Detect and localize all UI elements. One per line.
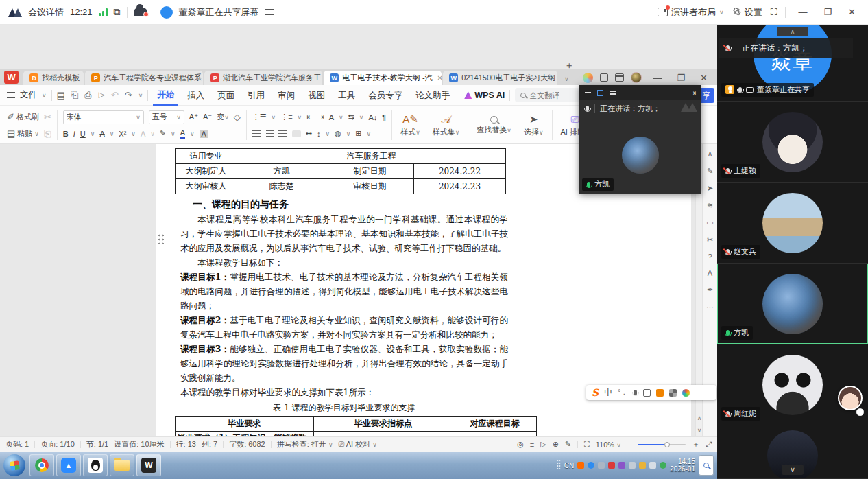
edit-pen-icon[interactable]: ✎ <box>707 167 713 176</box>
cut-icon[interactable]: ✂ <box>44 112 51 122</box>
char-shading-button[interactable]: A <box>200 130 208 138</box>
speaker-layout-button[interactable]: 演讲者布局∨ <box>658 6 724 19</box>
increase-indent-icon[interactable]: ⇥ <box>317 113 324 121</box>
fit-page-icon[interactable]: ⛶ <box>584 440 590 449</box>
punctuation-mode[interactable]: °， <box>618 388 627 397</box>
fullscreen-icon[interactable]: ⛶ <box>771 6 777 18</box>
doc-tab-pdf[interactable]: P湖北汽车工业学院汽车服务工 <box>204 71 322 85</box>
web-view-icon[interactable]: ⊕ <box>553 440 559 449</box>
tray-music-icon[interactable] <box>618 462 625 469</box>
workspace-icon[interactable] <box>615 73 624 82</box>
next-page-button[interactable]: ∨ <box>696 427 703 434</box>
ribbon-tab-home[interactable]: 开始 <box>153 85 178 106</box>
more-tools-icon[interactable]: ⋯ <box>706 303 714 312</box>
highlight-pen-icon[interactable]: ✎ <box>160 129 166 138</box>
ribbon-tab-insert[interactable]: 插入 <box>183 86 208 105</box>
theme-icon[interactable] <box>583 73 593 83</box>
close-window-button[interactable]: ✕ <box>844 7 860 17</box>
increase-font-icon[interactable]: A⁺ <box>189 113 198 121</box>
zoom-in-button[interactable]: ＋ <box>692 439 699 449</box>
undo-icon[interactable]: ↶ <box>111 90 119 100</box>
doc-tab-practice[interactable]: W02141500电工电子实习大纲 <box>443 71 557 85</box>
select-tool-icon[interactable]: ➤ <box>707 184 713 193</box>
meeting-detail-button[interactable]: 会议详情 <box>28 6 64 19</box>
print-icon[interactable]: ⎙ <box>84 90 91 101</box>
participant-tile[interactable]: 赵文兵 <box>717 183 868 264</box>
doc-tab-active[interactable]: W电工电子技术-教学大纲 -汽✕ <box>324 71 442 85</box>
cut-tool-icon[interactable]: ✂ <box>707 235 713 244</box>
doc-tab-docer[interactable]: D找稻壳模板 <box>23 71 84 85</box>
cloud-record-icon[interactable] <box>134 8 147 16</box>
list-layout-icon[interactable] <box>610 89 616 96</box>
read-mode-icon[interactable]: ▷ <box>540 440 546 449</box>
floating-video-window[interactable]: ⇥ 正在讲话：方凯； 方凯 <box>579 85 701 194</box>
restore-window-button[interactable]: ❐ <box>819 7 836 17</box>
input-mode-chinese[interactable]: 中 <box>604 387 612 399</box>
sogou-input-bar[interactable]: S 中 °， <box>586 385 716 400</box>
find-replace-button[interactable]: 查找替换∨ <box>472 108 516 142</box>
wave-tool-icon[interactable]: ≋ <box>707 201 713 210</box>
font-size-select[interactable]: 五号∨ <box>149 110 184 124</box>
ribbon-tab-paper-helper[interactable]: 论文助手 <box>411 86 454 105</box>
italic-button[interactable]: I <box>73 130 75 138</box>
superscript-button[interactable]: X² <box>119 130 126 138</box>
wps-ai-button[interactable]: WPS AI <box>464 91 505 100</box>
taskbar-wps[interactable]: W <box>136 454 161 476</box>
file-menu[interactable]: 文件 <box>20 89 37 101</box>
comment-icon[interactable]: ▭ <box>706 218 713 227</box>
voice-input-icon[interactable] <box>634 390 637 395</box>
dock-to-side-icon[interactable]: ⇥ <box>690 89 696 97</box>
help-icon[interactable]: ? <box>708 253 712 261</box>
bold-button[interactable]: B <box>63 130 69 138</box>
font-name-select[interactable]: 宋体∨ <box>63 110 144 124</box>
signature-icon[interactable]: ✒ <box>707 285 713 294</box>
clear-format-icon[interactable]: ◇ <box>234 112 241 122</box>
ribbon-tab-review[interactable]: 审阅 <box>274 86 299 105</box>
participant-tile-speaking[interactable]: 方凯 <box>717 264 868 344</box>
wps-home-button[interactable]: W <box>4 71 19 84</box>
ribbon-tab-reference[interactable]: 引用 <box>243 86 269 105</box>
show-marks-icon[interactable]: ¶ <box>382 113 386 121</box>
select-button[interactable]: ➤选择∨ <box>520 108 548 142</box>
tray-qq-icon[interactable] <box>588 462 594 469</box>
record-icon[interactable]: ◎ <box>517 440 524 449</box>
doc-tab-ppt[interactable]: P汽车工程学院各专业课程体系 <box>85 71 203 85</box>
scroll-down-participants-button[interactable]: ∨ <box>782 465 804 475</box>
outline-view-icon[interactable]: ≡ <box>530 441 534 449</box>
font-color-button[interactable]: A <box>180 129 185 139</box>
export-icon[interactable]: ⎗ <box>71 90 78 101</box>
redo-icon[interactable]: ↷ <box>125 90 132 100</box>
style-button[interactable]: A✎样式∨ <box>396 108 424 142</box>
gift-icon[interactable] <box>656 389 664 397</box>
zoom-slider-thumb[interactable] <box>664 442 670 447</box>
sort-icon[interactable]: A↓ <box>368 113 377 121</box>
decrease-font-icon[interactable]: A⁻ <box>203 113 212 121</box>
wps-close-button[interactable]: ✕ <box>696 73 712 83</box>
print-preview-icon[interactable]: ⌲ <box>98 90 105 101</box>
account-avatar[interactable] <box>631 72 642 83</box>
distribute-icon[interactable]: ⇹ <box>306 129 312 138</box>
ribbon-tab-view[interactable]: 视图 <box>304 86 329 105</box>
number-list-button[interactable]: ⋮≡ <box>280 113 292 121</box>
underline-button[interactable]: U <box>80 130 86 138</box>
tray-network-icon[interactable] <box>629 462 636 469</box>
text-direction-icon[interactable]: A <box>329 113 334 121</box>
align-center-icon[interactable] <box>266 130 274 137</box>
ribbon-tab-page[interactable]: 页面 <box>213 86 239 105</box>
format-painter-button[interactable]: ✐格式刷 <box>7 112 39 122</box>
start-button[interactable] <box>3 454 25 476</box>
style-set-button[interactable]: 𝒜样式集∨ <box>429 108 464 142</box>
sogou-logo-icon[interactable]: S <box>592 387 599 398</box>
ribbon-tab-tools[interactable]: 工具 <box>334 86 359 105</box>
tray-clock[interactable]: 14:15 2026-01 <box>670 458 695 473</box>
shading-icon[interactable]: ◍ <box>335 129 341 138</box>
skin-icon[interactable] <box>682 389 690 397</box>
decrease-indent-icon[interactable]: ⇤ <box>306 113 313 121</box>
graduation-requirements-table[interactable]: 毕业要求 毕业要求指标点 对应课程目标 毕业要求（1）工程知识：能够将数学、 1… <box>175 416 537 436</box>
drag-handle-icon[interactable] <box>158 233 165 244</box>
toolbox-icon[interactable] <box>669 389 677 397</box>
ai-proof-toggle[interactable]: ⎚ AI 校对 ∨ <box>339 439 377 449</box>
phonetic-guide-icon[interactable]: 变∨ <box>217 112 229 122</box>
pen-mode-icon[interactable]: ✎ <box>565 440 571 449</box>
soft-keyboard-icon[interactable] <box>643 389 651 397</box>
